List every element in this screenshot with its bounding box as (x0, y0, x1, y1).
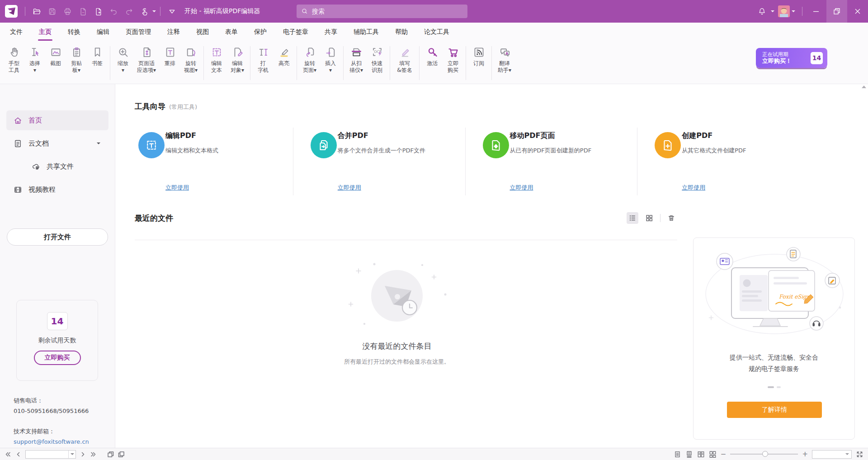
carousel-dot[interactable] (777, 386, 781, 388)
zoom-level-dropdown-icon[interactable] (845, 453, 849, 455)
save-icon[interactable] (45, 4, 59, 19)
fullscreen-icon[interactable] (856, 451, 863, 458)
delete-page-icon[interactable] (75, 4, 90, 19)
zoom-out-icon[interactable]: − (721, 451, 726, 458)
tool-card-merge-pdf[interactable]: 合并PDF 将多个文件合并生成一个PDF文件 立即使用 (293, 128, 465, 195)
typewriter-button[interactable]: 打字机 (253, 45, 274, 74)
use-now-link[interactable]: 立即使用 (165, 184, 189, 192)
grid-view-icon[interactable] (643, 212, 655, 224)
use-now-link[interactable]: 立即使用 (682, 184, 705, 192)
menu-tab-form[interactable]: 表单 (225, 23, 238, 42)
close-button[interactable] (847, 0, 868, 23)
edit-text-button[interactable]: 编辑文本 (206, 45, 227, 74)
facing-continuous-view-icon[interactable] (709, 451, 717, 458)
select-tool-button[interactable]: 选择▾ (24, 45, 45, 74)
sidebar-item-shared-files[interactable]: 共享文件 (6, 156, 108, 176)
zoom-in-icon[interactable]: + (802, 451, 808, 458)
scrollbar-up-arrow[interactable] (862, 85, 866, 88)
account-dropdown-icon[interactable] (792, 10, 795, 12)
print-icon[interactable] (60, 4, 75, 19)
insert-pages-button[interactable]: 插入▾ (320, 45, 341, 74)
menu-tab-view[interactable]: 视图 (196, 23, 209, 42)
previous-view-icon[interactable] (107, 451, 114, 458)
zoom-slider-thumb[interactable] (762, 451, 768, 457)
next-page-icon[interactable] (79, 451, 87, 458)
continuous-view-icon[interactable] (685, 451, 693, 458)
fill-sign-button[interactable]: 填写&签名 (392, 45, 417, 74)
first-page-icon[interactable] (4, 451, 11, 458)
edit-object-button[interactable]: 编辑对象▾ (227, 45, 248, 74)
buy-now-button[interactable]: 立即购买 (443, 45, 463, 74)
list-view-icon[interactable] (627, 212, 638, 224)
search-input[interactable] (312, 8, 457, 15)
facing-view-icon[interactable] (697, 451, 705, 458)
cloud-docs-expand-icon[interactable] (97, 142, 100, 144)
subscribe-button[interactable]: 订阅 (468, 45, 489, 67)
open-file-button[interactable]: 打开文件 (7, 228, 108, 246)
trial-badge[interactable]: 正在试用期 立即购买！ 14 (756, 48, 827, 68)
menu-tab-convert[interactable]: 转换 (68, 23, 80, 42)
rotate-pages-button[interactable]: 旋转页面▾ (299, 45, 320, 74)
menu-tab-share[interactable]: 共享 (325, 23, 337, 42)
menu-tab-paper-tools[interactable]: 论文工具 (424, 23, 449, 42)
notifications-dropdown-icon[interactable] (771, 10, 774, 12)
clear-recent-trash-icon[interactable] (665, 212, 677, 224)
menu-tab-edit[interactable]: 编辑 (97, 23, 109, 42)
sidebar-item-video-tutorials[interactable]: 视频教程 (6, 180, 108, 199)
tool-card-move-pdf-pages[interactable]: 移动PDF页面 从已有的PDF页面创建新的PDF 立即使用 (465, 128, 637, 195)
from-scanner-button[interactable]: 从扫描仪▾ (346, 45, 367, 74)
add-page-icon[interactable] (91, 4, 105, 19)
menu-tab-home[interactable]: 主页 (39, 23, 52, 42)
next-view-icon[interactable] (118, 451, 125, 458)
fit-page-options-button[interactable]: 页面适应选项▾ (133, 45, 160, 74)
menu-tab-esign[interactable]: 电子签章 (283, 23, 308, 42)
bookmark-button[interactable]: 书签 (87, 45, 108, 67)
minimize-button[interactable] (806, 0, 826, 23)
rotate-view-button[interactable]: 旋转视图▾ (180, 45, 201, 74)
zoom-level-input[interactable] (812, 451, 845, 458)
redo-icon[interactable] (122, 4, 136, 19)
page-number-dropdown-icon[interactable] (68, 451, 75, 458)
notifications-bell-icon[interactable] (755, 4, 769, 19)
ocr-quick-recognize-button[interactable]: OCR 快速识别 (367, 45, 387, 74)
tool-card-edit-pdf[interactable]: 编辑PDF 编辑文档和文本格式 立即使用 (135, 128, 293, 195)
menu-tab-protect[interactable]: 保护 (254, 23, 267, 42)
zoom-level-box[interactable] (812, 450, 852, 459)
menu-tab-file[interactable]: 文件 (10, 23, 23, 42)
hand-tool-button[interactable]: 手型工具 (4, 45, 24, 74)
sidebar-item-home[interactable]: 首页 (6, 110, 108, 130)
restore-button[interactable] (826, 0, 847, 23)
highlight-button[interactable]: 高亮 (274, 45, 294, 67)
menu-tab-page-manage[interactable]: 页面管理 (126, 23, 151, 42)
snapshot-button[interactable]: 截图 (45, 45, 66, 67)
single-page-view-icon[interactable] (674, 451, 681, 458)
learn-more-button[interactable]: 了解详情 (727, 402, 822, 418)
translate-assistant-button[interactable]: A 翻译助手▾ (494, 45, 515, 74)
last-page-icon[interactable] (90, 451, 98, 458)
previous-page-icon[interactable] (14, 451, 22, 458)
support-email-link[interactable]: support@foxitsoftware.cn (14, 436, 89, 447)
touch-mode-icon[interactable] (137, 4, 151, 19)
sidebar-item-cloud-docs[interactable]: 云文档 (6, 133, 108, 153)
use-now-link[interactable]: 立即使用 (510, 184, 533, 192)
page-number-box[interactable] (25, 450, 76, 459)
activate-button[interactable]: 激活 (422, 45, 443, 67)
search-box[interactable] (297, 5, 467, 18)
menu-tab-help[interactable]: 帮助 (395, 23, 408, 42)
clipboard-button[interactable]: 剪贴板▾ (66, 45, 87, 74)
carousel-dot-active[interactable] (768, 386, 774, 388)
open-file-icon[interactable] (29, 4, 44, 19)
menu-tab-accessibility[interactable]: 辅助工具 (354, 23, 379, 42)
page-number-input[interactable] (26, 451, 68, 458)
collapse-toolbar-icon[interactable] (165, 4, 179, 19)
tool-card-create-pdf[interactable]: 创建PDF 从其它格式文件创建PDF 立即使用 (637, 128, 809, 195)
touch-mode-dropdown-icon[interactable] (152, 10, 156, 12)
buy-now-pill-button[interactable]: 立即购买 (34, 351, 81, 365)
undo-icon[interactable] (106, 4, 121, 19)
reflow-button[interactable]: 重排 (160, 45, 180, 67)
zoom-slider[interactable] (730, 451, 798, 457)
zoom-button[interactable]: 缩放▾ (113, 45, 133, 74)
menu-tab-comment[interactable]: 注释 (167, 23, 180, 42)
use-now-link[interactable]: 立即使用 (338, 184, 361, 192)
avatar[interactable] (778, 5, 790, 17)
